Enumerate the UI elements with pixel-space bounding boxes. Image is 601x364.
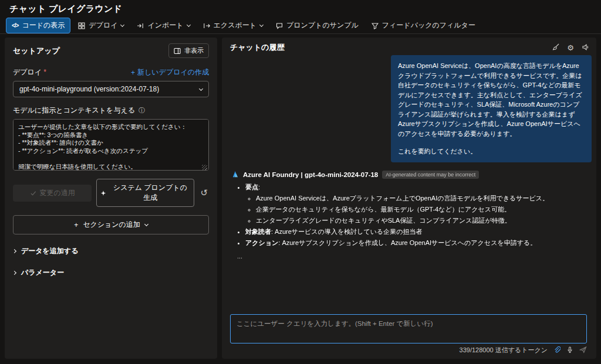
chevron-right-icon: [12, 271, 16, 275]
deploy-label: デプロイ: [89, 21, 117, 30]
prompt-samples-label: プロンプトのサンプル: [286, 21, 359, 30]
setup-panel: セットアップ 非表示 デプロイ* + 新しいデプロイの作成 gpt-4o-min…: [5, 38, 217, 359]
parameters-section-toggle[interactable]: パラメーター: [13, 268, 209, 278]
gear-icon: ⚙: [567, 43, 574, 52]
export-icon: [203, 22, 210, 29]
chat-input-footer: 339/128000 送信するトークン: [460, 346, 587, 355]
token-count: 339/128000 送信するトークン: [460, 346, 548, 355]
assistant-bullet: 対象読者: Azureサービスの導入を検討している企業の担当者: [245, 226, 592, 237]
add-data-section-label: データを追加する: [21, 246, 78, 256]
instructions-label: モデルに指示とコンテキストを与える: [13, 106, 135, 115]
assistant-name: Azure AI Foundry | gpt-4o-mini-2024-07-1…: [243, 171, 378, 178]
deploy-icon: [78, 22, 85, 29]
chat-settings-button[interactable]: ⚙: [567, 44, 574, 52]
speaker-icon: [582, 43, 589, 51]
user-message-text: これを要約してください。: [398, 147, 585, 157]
chat-panel: チャットの履歴 ⚙ Azure OpenAI Serviceは、OpenAIの高…: [222, 38, 596, 359]
hide-panel-button[interactable]: 非表示: [168, 43, 209, 58]
chevron-down-icon: [259, 23, 264, 27]
checkmark-icon: [30, 190, 36, 196]
plus-icon: +: [131, 69, 135, 77]
assistant-typing-ellipsis: ...: [237, 251, 592, 262]
ai-disclaimer-badge: AI-generated content may be incorrect: [382, 171, 479, 179]
apply-changes-label: 変更の適用: [40, 188, 75, 198]
prompt-samples-button[interactable]: プロンプトのサンプル: [271, 18, 364, 33]
microphone-icon: [566, 346, 573, 353]
hide-panel-label: 非表示: [184, 46, 204, 55]
import-menu-button[interactable]: インポート: [131, 18, 195, 33]
info-icon: ⓘ: [139, 106, 145, 115]
chat-message-list: Azure OpenAI Serviceは、OpenAIの高度な言語モデルをAz…: [230, 55, 592, 307]
chat-history-title: チャットの履歴: [230, 42, 285, 53]
assistant-bullet: アクション: Azureサブスクリプションを作成し、Azure OpenAIサー…: [245, 237, 592, 249]
paperclip-icon: [553, 346, 561, 353]
read-aloud-button[interactable]: [582, 43, 589, 52]
user-message-text: Azure OpenAI Serviceは、OpenAIの高度な言語モデルをAz…: [398, 61, 585, 138]
toolbar: </> コードの表示 デプロイ インポート エクスポート プロンプトのサンプル: [0, 18, 601, 34]
broom-icon: [552, 43, 559, 51]
chevron-down-icon: [187, 23, 191, 27]
assistant-message-text: 要点: Azure OpenAI Serviceは、Azureプラットフォーム上…: [231, 182, 592, 262]
chevron-right-icon: [12, 249, 16, 253]
clear-chat-button[interactable]: [552, 43, 559, 52]
create-deployment-link[interactable]: + 新しいデプロイの作成: [131, 67, 209, 77]
resize-handle-icon[interactable]: [202, 165, 207, 170]
export-label: エクスポート: [214, 21, 256, 30]
assistant-sub-bullet: 企業データのセキュリティを保ちながら、最新モデル（GPT-4など）にアクセス可能…: [256, 204, 592, 215]
azure-ai-foundry-icon: [231, 171, 239, 178]
parameters-section-label: パラメーター: [21, 268, 64, 278]
code-icon: </>: [12, 22, 18, 29]
attach-file-button[interactable]: [553, 346, 561, 355]
generate-system-prompt-button[interactable]: システム プロンプトの生成: [96, 179, 194, 207]
send-icon: [579, 346, 587, 353]
system-prompt-textarea[interactable]: ユーザーが提供した文章を以下の形式で要約してください： - **要点**: 3つ…: [13, 119, 209, 171]
feedback-filter-button[interactable]: フィードバックのフィルター: [366, 18, 481, 33]
show-code-label: コードの表示: [22, 21, 65, 30]
plus-icon: +: [74, 221, 78, 229]
undo-reset-button[interactable]: ↺: [199, 186, 209, 199]
deployment-select-value: gpt-4o-mini-playground (version:2024-07-…: [19, 85, 159, 93]
user-query-input[interactable]: [231, 315, 586, 343]
undo-icon: ↺: [200, 188, 208, 198]
assistant-sub-bullet: Azure OpenAI Serviceは、Azureプラットフォーム上でOpe…: [256, 193, 592, 204]
assistant-message: Azure AI Foundry | gpt-4o-mini-2024-07-1…: [230, 171, 592, 262]
page-header: チャット プレイグラウンド: [0, 0, 601, 18]
feedback-filter-label: フィードバックのフィルター: [382, 21, 475, 30]
deployment-select[interactable]: gpt-4o-mini-playground (version:2024-07-…: [13, 81, 209, 97]
sparkle-icon: [100, 190, 106, 196]
user-message: Azure OpenAI Serviceは、OpenAIの高度な言語モデルをAz…: [391, 55, 592, 162]
collapse-panel-icon: [174, 47, 181, 55]
add-section-button[interactable]: + セクションの追加: [13, 215, 209, 234]
feedback-filter-icon: [372, 22, 379, 29]
chat-header-actions: ⚙: [552, 43, 589, 52]
add-section-label: セクションの追加: [83, 220, 140, 230]
chevron-down-icon: [144, 222, 148, 226]
deploy-menu-button[interactable]: デプロイ: [73, 18, 129, 33]
assistant-sub-bullet: エンタープライズグレードのセキュリティやSLA保証、コンプライアンス認証が特徴。: [256, 215, 592, 226]
apply-changes-button[interactable]: 変更の適用: [13, 185, 92, 202]
chevron-down-icon: [199, 86, 203, 90]
export-menu-button[interactable]: エクスポート: [198, 18, 268, 33]
chevron-down-icon: [120, 23, 124, 27]
microphone-button[interactable]: [566, 346, 573, 355]
send-button[interactable]: [579, 346, 587, 355]
assistant-bullet: 要点: Azure OpenAI Serviceは、Azureプラットフォーム上…: [245, 182, 592, 226]
add-data-section-toggle[interactable]: データを追加する: [13, 246, 209, 256]
prompt-samples-icon: [276, 22, 283, 29]
page-title: チャット プレイグラウンド: [9, 4, 122, 15]
setup-title: セットアップ: [13, 46, 60, 56]
required-asterisk: *: [43, 68, 46, 76]
deployment-field-label: デプロイ*: [13, 67, 46, 77]
generate-system-prompt-label: システム プロンプトの生成: [110, 183, 190, 203]
chat-input-box: [230, 314, 587, 343]
import-icon: [137, 22, 144, 29]
show-code-button[interactable]: </> コードの表示: [6, 18, 70, 33]
import-label: インポート: [147, 21, 183, 30]
